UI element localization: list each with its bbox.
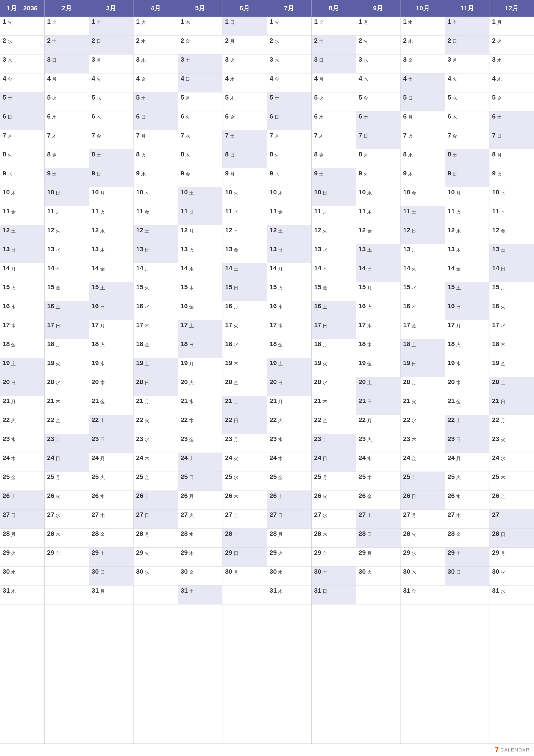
day-number: 10 [91,189,99,196]
day-cell: 30土 [312,567,356,585]
day-number: 23 [3,436,10,442]
day-name: 木 [456,380,461,386]
day-number: 13 [3,246,10,252]
day-name: 土 [11,228,16,234]
day-number: 12 [492,227,499,233]
day-number: 1 [91,18,95,25]
month-col-6: 1日2月3火4水5木6金7土8日9月10火11水12木13金14土15日16月1… [222,16,267,743]
day-name: 月 [364,19,368,26]
day-name: 金 [185,38,190,44]
day-name: 日 [367,531,372,538]
day-cell: 20土 [356,377,400,396]
day-number: 4 [314,75,318,82]
day-cell: 17木 [0,320,44,339]
day-name: 金 [144,474,149,481]
day-number: 23 [47,436,54,442]
day-number: 23 [136,436,143,442]
day-cell: 4金 [0,73,44,93]
day-name: 火 [234,190,238,196]
day-number: 18 [269,341,277,347]
day-cell: 8金 [312,149,356,168]
day-cell: 16日 [445,301,490,320]
day-name: 水 [278,436,283,443]
day-cell: 13日 [134,244,178,263]
day-name: 土 [234,398,238,405]
day-number: 9 [136,170,140,176]
day-name: 水 [412,418,416,424]
day-name: 火 [501,304,505,310]
day-cell: 6木 [89,111,133,130]
day-name: 火 [322,361,327,367]
day-number: 19 [492,360,499,366]
day-name: 水 [100,493,105,500]
day-number: 7 [136,132,140,139]
day-cell: 25土 [400,472,445,491]
day-cell: 26日 [400,491,445,510]
day-cell: 4木 [356,73,400,93]
day-name: 日 [11,512,16,519]
day-name: 木 [100,380,105,386]
day-number: 6 [359,113,362,120]
day-number: 13 [492,246,499,252]
day-cell: 24水 [356,453,400,472]
day-cell: 18月 [312,339,356,358]
day-name: 水 [234,209,238,215]
day-cell: 14金 [445,263,490,282]
day-cell: 25火 [89,472,133,491]
day-number: 11 [314,208,321,214]
day-number: 17 [91,322,99,328]
day-name: 金 [56,285,60,291]
day-name: 木 [234,361,238,367]
day-cell: 15木 [178,282,222,301]
day-number: 6 [448,113,451,120]
day-name: 土 [367,247,372,253]
day-number: 10 [181,189,188,196]
day-cell: 24水 [490,453,534,472]
day-name: 火 [278,418,283,424]
day-name: 水 [189,531,194,538]
day-cell: 22火 [267,415,311,434]
day-cell: 3日 [44,55,89,73]
day-cell: 19日 [400,358,445,377]
day-cell: 19木 [222,358,267,377]
day-name: 土 [452,152,457,158]
day-name: 土 [8,95,12,101]
day-name: 土 [322,304,327,310]
day-number: 17 [136,322,143,328]
day-name: 水 [11,304,16,310]
day-number: 20 [225,379,232,385]
day-cell: 5火 [44,93,89,111]
day-cell: 8土 [445,149,490,168]
day-name: 木 [278,190,283,196]
day-name: 日 [189,209,194,215]
day-name: 金 [278,341,283,348]
day-number: 28 [314,530,321,537]
day-number: 4 [492,75,496,82]
day-number: 27 [3,511,10,518]
day-number: 25 [492,473,499,480]
day-name: 金 [52,19,57,26]
day-number: 2 [3,37,6,44]
day-number: 21 [359,398,366,404]
day-name: 土 [278,493,283,500]
day-number: 7 [269,132,273,139]
day-cell: 29日 [222,548,267,567]
day-cell: 16月 [222,301,267,320]
day-name: 火 [52,95,57,101]
day-cell: 19土 [267,358,311,377]
day-number: 25 [47,473,54,480]
day-name: 金 [412,190,416,196]
day-name: 金 [319,152,324,158]
day-cell: 21木 [312,396,356,415]
day-cell: 16水 [267,301,311,320]
day-number: 3 [359,56,362,63]
day-name: 月 [189,228,194,234]
day-name: 木 [497,76,502,83]
day-name: 土 [100,285,105,291]
day-cell: 11金 [0,206,44,225]
day-name: 日 [322,455,327,462]
day-cell: 21日 [490,396,534,415]
day-number: 10 [314,189,321,196]
day-number: 1 [269,18,273,25]
day-name: 月 [408,114,413,121]
